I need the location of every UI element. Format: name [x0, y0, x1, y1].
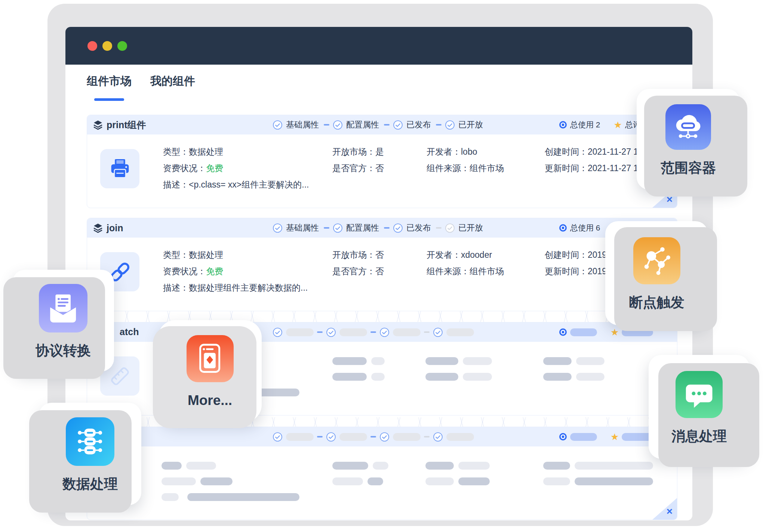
skeleton-bar	[543, 462, 570, 470]
field-open-market: 开放市场：是	[332, 146, 384, 157]
usage-count: 总使用 2	[570, 120, 600, 130]
skeleton-bar	[576, 357, 604, 365]
skeleton-bar	[458, 477, 490, 485]
usage-eye-icon	[559, 121, 567, 129]
step-label: 基础属性	[286, 119, 319, 130]
skeleton-bar	[332, 462, 368, 470]
check-circle-icon	[445, 223, 455, 233]
skeleton-bar	[543, 357, 572, 365]
skeleton-bar	[576, 373, 604, 381]
usage-eye-icon	[559, 224, 567, 232]
check-circle-icon	[379, 432, 390, 442]
usage-eye-icon	[559, 328, 567, 336]
shortcut-card-message-processing[interactable]: 消息处理	[649, 355, 750, 459]
field-description: 描述：数据处理组件主要解决数据的...	[163, 282, 308, 293]
molecule-icon	[633, 237, 680, 284]
collapse-corner[interactable]: ×	[652, 498, 677, 520]
field-column: 开发者：xdooder 组件来源：组件市场	[427, 250, 504, 276]
shortcut-card-protocol-conversion[interactable]: 协议转换	[12, 270, 114, 371]
field-updated: 更新时间：2021-11-27 11:2	[545, 163, 649, 173]
minimize-traffic-light[interactable]	[102, 41, 112, 51]
skeleton-bar	[200, 477, 233, 485]
skeleton-bar	[393, 433, 421, 441]
skeleton-bar	[186, 462, 216, 470]
background-pattern	[65, 310, 692, 322]
tab-component-market[interactable]: 组件市场	[87, 74, 132, 91]
shortcut-label: 消息处理	[671, 429, 727, 443]
check-circle-icon	[273, 432, 283, 442]
step-connector	[436, 124, 442, 126]
check-circle-icon	[379, 327, 390, 337]
field-column: 创建时间：2021-11-27 11:2 更新时间：2021-11-27 11:…	[545, 146, 649, 173]
step-connector	[436, 227, 442, 229]
field-fee: 资费状况：免费	[163, 163, 309, 173]
check-circle-icon	[273, 120, 283, 130]
window-titlebar	[65, 27, 692, 65]
skeleton-bar	[425, 477, 454, 485]
shortcut-label: 数据处理	[62, 477, 118, 491]
usage-eye-icon	[559, 433, 567, 441]
layers-icon	[93, 223, 103, 233]
component-card-join[interactable]: join 基础属性 配置属性 已发布 已开放 总使用 6	[87, 218, 677, 311]
skeleton-bar	[575, 477, 653, 485]
skeleton-bar	[161, 477, 196, 485]
shortcut-label: 范围容器	[661, 161, 716, 175]
skeleton-bar	[570, 433, 597, 441]
skeleton-bar	[286, 433, 314, 441]
shortcut-label: 断点触发	[629, 296, 684, 309]
card-header: join 基础属性 配置属性 已发布 已开放 总使用 6	[87, 218, 677, 238]
skeleton-bar	[463, 357, 492, 365]
step-connector	[317, 436, 323, 437]
status-steps: 基础属性 配置属性 已发布 已开放	[273, 115, 484, 134]
field-column: 开放市场：否 是否官方：否	[332, 250, 384, 276]
check-circle-icon	[273, 327, 283, 337]
shortcut-card-more[interactable]: More...	[158, 320, 262, 422]
card-stats-skeleton: ★	[559, 427, 658, 446]
check-circle-icon	[445, 120, 455, 130]
field-updated: 更新时间：2019-1	[545, 266, 615, 276]
status-steps-skeleton	[273, 322, 474, 342]
check-circle-icon	[393, 120, 403, 130]
close-icon[interactable]: ×	[667, 506, 673, 517]
skeleton-bar	[446, 433, 474, 441]
rating-star-icon: ★	[614, 120, 622, 130]
check-circle-icon	[326, 327, 336, 337]
field-type: 类型：数据处理	[163, 250, 308, 260]
step-label: 已发布	[406, 119, 431, 130]
skeleton-bar	[286, 328, 314, 336]
data-flow-icon	[66, 417, 114, 466]
skeleton-bar	[570, 328, 597, 336]
field-type: 类型：数据处理	[163, 146, 309, 157]
step-connector	[317, 331, 323, 333]
close-traffic-light[interactable]	[87, 41, 97, 51]
skeleton-bar	[187, 493, 299, 501]
step-label: 已开放	[458, 222, 483, 233]
skeleton-bar	[332, 373, 367, 381]
component-card-skeleton[interactable]: ★ ×	[87, 427, 677, 520]
shortcut-card-breakpoint-trigger[interactable]: 断点触发	[605, 221, 708, 325]
skeleton-bar	[332, 477, 363, 485]
rating-star-icon: ★	[610, 328, 619, 337]
shortcut-card-scope-container[interactable]: 范围容器	[637, 89, 740, 190]
field-column: 创建时间：2019-1 更新时间：2019-1	[545, 250, 615, 276]
rating-star-icon: ★	[610, 432, 619, 442]
field-developer: 开发者：xdooder	[427, 250, 504, 260]
usage-count: 总使用 6	[570, 223, 600, 233]
component-card-print[interactable]: print组件 基础属性 配置属性 已发布 已开放 总使用 2 ★ 总评	[87, 115, 677, 208]
field-open-market: 开放市场：否	[332, 250, 384, 260]
skeleton-bar	[371, 373, 385, 381]
maximize-traffic-light[interactable]	[117, 41, 127, 51]
skeleton-bar	[393, 328, 421, 336]
shortcut-card-data-processing[interactable]: 数据处理	[39, 403, 141, 505]
component-title: print组件	[107, 119, 146, 131]
step-label: 已发布	[406, 222, 431, 233]
field-official: 是否官方：否	[332, 266, 384, 276]
field-developer: 开发者：lobo	[427, 146, 504, 157]
component-title: join	[107, 223, 123, 233]
check-circle-icon	[433, 432, 443, 442]
card-stats: 总使用 2 ★ 总评	[559, 115, 641, 134]
tab-my-components[interactable]: 我的组件	[150, 74, 195, 91]
skeleton-bar	[339, 433, 367, 441]
check-circle-icon	[333, 120, 343, 130]
skeleton-bar	[161, 462, 182, 470]
